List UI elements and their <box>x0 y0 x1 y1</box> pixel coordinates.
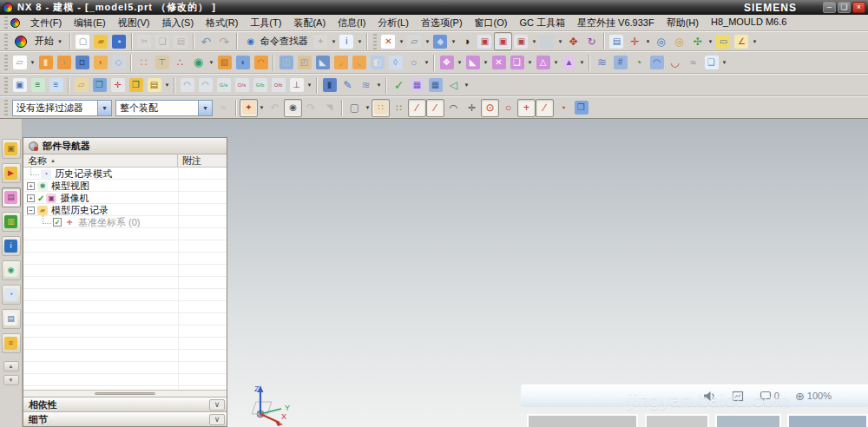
highlight-selection-button[interactable]: ✦ <box>240 99 258 117</box>
speaker-icon[interactable] <box>703 391 716 402</box>
hole-button[interactable]: ◘ <box>73 54 91 72</box>
info-window-dropdown[interactable]: ▼ <box>356 32 364 50</box>
menu-item-gc-toolbox[interactable]: GC 工具箱 <box>513 15 571 31</box>
thumbnail-2[interactable] <box>645 414 709 427</box>
thumbnail-1[interactable] <box>527 414 638 427</box>
sync-modeling-more-button[interactable]: ▲ <box>560 54 578 72</box>
toolbar-grip[interactable] <box>4 77 8 93</box>
utility-dropdown[interactable]: ▼ <box>751 32 759 50</box>
replace-face-button[interactable]: ❑ <box>508 54 526 72</box>
move-face-dropdown[interactable]: ▼ <box>456 54 464 72</box>
scale-dimension-button[interactable]: ⊥ <box>287 76 306 95</box>
point-set-button[interactable]: ∴ <box>171 54 189 72</box>
wcs-dynamics-button[interactable]: ✛ <box>626 32 644 50</box>
edit-section-button[interactable]: ✣ <box>688 32 707 50</box>
clean-geometry-button[interactable]: ≋ <box>357 76 375 95</box>
delete-face-dropdown[interactable]: ▼ <box>552 54 560 72</box>
pattern-component-button[interactable]: ▤ <box>145 76 163 95</box>
datum-csys-button[interactable]: ◉ <box>189 54 207 72</box>
show-only-button[interactable]: ▣ <box>10 76 29 95</box>
expand-toggle[interactable]: + <box>27 182 35 190</box>
sketch-dropdown[interactable]: ▼ <box>29 54 36 72</box>
tree-row-model-history[interactable]: −▰模型历史记录 <box>23 204 227 216</box>
thumbnail-4[interactable] <box>787 414 868 427</box>
marquee-select-button[interactable]: ▢ <box>345 99 364 117</box>
delete-face-button[interactable]: △ <box>534 54 552 72</box>
snap-existing-point-button[interactable]: + <box>517 99 536 117</box>
thumbnail-3[interactable] <box>715 414 781 427</box>
column-header-name[interactable]: 名称 ▲ <box>23 154 178 167</box>
assembly-navigator-tab[interactable]: ▣ <box>2 139 21 159</box>
feature-more-dropdown[interactable]: ▼ <box>423 54 431 72</box>
chevron-down-icon[interactable]: ∨ <box>209 414 225 425</box>
draft-button[interactable]: ◟ <box>350 54 368 72</box>
command-finder-button[interactable]: ◉命令查找器 <box>240 35 312 49</box>
snapshot-button[interactable]: ▱ <box>405 32 424 50</box>
through-curve-mesh-button[interactable]: # <box>611 54 629 72</box>
chevron-down-icon[interactable]: ∨ <box>209 399 225 411</box>
measure-dropdown[interactable]: ▼ <box>306 76 313 95</box>
offset-region-button[interactable]: ✕ <box>490 54 508 72</box>
history-tab[interactable]: ◔ <box>2 285 21 305</box>
snap-point-on-curve-button[interactable]: ∕ <box>536 99 554 117</box>
check-tools-dropdown[interactable]: ▼ <box>463 76 470 95</box>
assembly-tools-dropdown[interactable]: ▼ <box>163 76 171 95</box>
process-studio-tab[interactable]: ▤ <box>2 309 21 329</box>
background-color-button[interactable] <box>538 32 556 50</box>
tree-row-datum-csys[interactable]: ✓✛基准坐标系 (0) <box>23 216 227 228</box>
through-curves-button[interactable]: ≋ <box>593 54 611 72</box>
zoom-control[interactable]: ⊕ 100% <box>795 391 832 402</box>
undo-button[interactable]: ↶ <box>197 32 215 50</box>
selection-scope-dropdown-button[interactable]: ▼ <box>198 101 212 115</box>
surface-more-dropdown[interactable]: ▼ <box>720 54 728 72</box>
standard-toolbar-options-dropdown[interactable]: ▼ <box>330 32 338 50</box>
menu-item-tools[interactable]: 工具(T) <box>244 15 287 31</box>
view-orientation-dropdown[interactable]: ▼ <box>450 32 457 50</box>
tree-row-model-views[interactable]: +✱模型视图 <box>23 180 227 192</box>
datum-plane-button[interactable]: ⊤ <box>153 54 171 72</box>
thicken-button[interactable]: ❑ <box>702 54 720 72</box>
analysis-display-button[interactable]: ◁ <box>444 76 463 95</box>
graphics-area[interactable]: 部件导航器 名称 ▲ 附注 ◔历史记录模式+✱模型视图+✓▣摄像机−▰模型历史记… <box>23 119 868 427</box>
redo-button[interactable]: ↷ <box>215 32 233 50</box>
menu-item-h8-mould[interactable]: H8_MOULD M6.6 <box>705 15 792 31</box>
pattern-feature-button[interactable]: ∷ <box>135 54 153 72</box>
assembly-constraints-button[interactable]: ✛ <box>108 76 127 95</box>
measure-os-button[interactable]: O/s <box>233 76 251 95</box>
move-face-button[interactable]: ✥ <box>437 54 456 72</box>
snap-bounded-plane-button[interactable]: ❒ <box>572 99 590 117</box>
sew-button[interactable]: ◡ <box>666 54 684 72</box>
extrude-button[interactable]: ▮ <box>36 54 55 72</box>
fit-image-icon[interactable] <box>732 391 744 402</box>
pull-face-dropdown[interactable]: ▼ <box>482 54 490 72</box>
highlight-selection-dropdown[interactable]: ▼ <box>258 99 266 117</box>
object-display-button[interactable]: ▤ <box>608 32 626 50</box>
revolve-button[interactable]: ◗ <box>55 54 73 72</box>
freeform-surface-button[interactable]: ≈ <box>684 54 702 72</box>
sphere-button[interactable]: ○ <box>404 54 423 72</box>
snap-midpoint-button[interactable]: ∕ <box>426 99 444 117</box>
menu-item-view[interactable]: 视图(V) <box>112 15 156 31</box>
wave-geometry-linker-button[interactable]: ❒ <box>127 76 145 95</box>
collapse-toggle[interactable]: − <box>27 207 35 214</box>
pan-view-button[interactable]: ✥ <box>564 32 582 50</box>
menu-item-analysis[interactable]: 分析(L) <box>372 15 414 31</box>
selection-type-filter[interactable]: 没有选择过滤器▼ <box>12 100 112 116</box>
tree-row-cameras[interactable]: +✓▣摄像机 <box>23 192 227 204</box>
wireframe-style-button[interactable]: ▣ <box>512 32 530 50</box>
pull-face-button[interactable]: ◣ <box>464 54 482 72</box>
minimize-button[interactable]: – <box>823 2 836 13</box>
show-hide-button[interactable]: ◎ <box>652 32 670 50</box>
toolbar-grip[interactable] <box>4 100 8 115</box>
bend-button[interactable]: ◠ <box>252 54 270 72</box>
snap-endpoint-button[interactable]: ∕ <box>408 99 426 117</box>
marquee-select-dropdown[interactable]: ▼ <box>364 99 372 117</box>
measure-distance-button[interactable]: ▭ <box>714 32 733 50</box>
emboss-button[interactable]: ◇ <box>109 54 128 72</box>
toolbar-grip[interactable] <box>4 55 8 70</box>
shell-button[interactable]: ◖ <box>233 54 252 72</box>
offset-face-button[interactable]: ◊ <box>386 54 404 72</box>
measure-body-2-button[interactable]: ◠ <box>196 76 214 95</box>
measure-angle-button[interactable]: ∠ <box>733 32 751 50</box>
measure-gb-button[interactable]: G/b <box>251 76 269 95</box>
